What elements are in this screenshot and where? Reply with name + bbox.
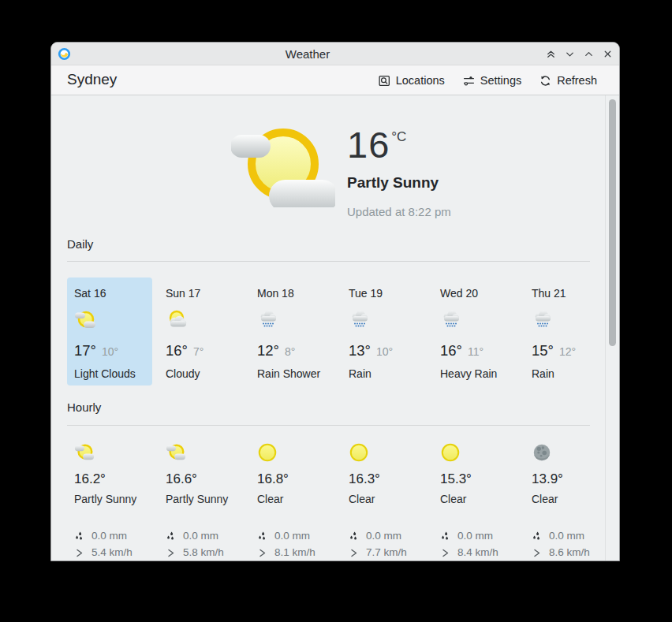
day-high-temp: 15° (532, 342, 554, 359)
hour-condition-label: Partly Sunny (74, 492, 137, 522)
day-label: Tue 19 (349, 288, 419, 300)
wind-direction-chevron-icon (349, 548, 359, 558)
wind-direction-chevron-icon (166, 548, 176, 558)
maximize-button[interactable] (582, 48, 595, 61)
minimize-button[interactable] (563, 48, 576, 61)
precipitation-drops-icon (440, 531, 450, 542)
clear-day-icon (440, 442, 461, 463)
settings-button-label: Settings (480, 74, 521, 87)
keep-above-button[interactable] (544, 48, 557, 61)
hour-condition-label: Partly Sunny (166, 492, 229, 522)
hourly-divider (67, 425, 590, 426)
wind-direction-chevron-icon (440, 548, 450, 558)
day-condition-label: Heavy Rain (440, 367, 510, 380)
daily-forecast-row: Sat 16 17° 10° Light Clouds Sun 17 (67, 277, 610, 385)
day-low-temp: 7° (193, 345, 203, 358)
hourly-forecast-item[interactable]: 15.3° Clear 0.0 mm 8.4 km/h (433, 437, 518, 559)
weather-content: 16 °C Partly Sunny Updated at 8:22 pm Da… (51, 95, 619, 561)
hour-wind-value: 8.6 km/h (549, 546, 590, 559)
weather-app-window: Weather (50, 42, 620, 561)
day-label: Wed 20 (440, 288, 510, 300)
day-condition-label: Cloudy (166, 367, 236, 380)
day-low-temp: 8° (285, 345, 295, 358)
wind-direction-chevron-icon (257, 548, 267, 558)
hour-precipitation-value: 0.0 mm (274, 530, 310, 542)
hourly-forecast-item[interactable]: 16.6° Partly Sunny 0.0 mm 5.8 km/h (159, 437, 244, 559)
rain-icon (349, 309, 371, 331)
refresh-button[interactable]: Refresh (539, 74, 597, 88)
cloudy-icon (166, 309, 188, 331)
rain-icon (440, 309, 462, 331)
hour-temperature: 13.9° (532, 471, 610, 487)
locations-button-label: Locations (396, 74, 445, 87)
precipitation-drops-icon (349, 531, 359, 542)
partly-sunny-icon (166, 442, 186, 463)
hour-wind-value: 8.4 km/h (457, 546, 498, 559)
day-condition-label: Rain Shower (257, 367, 327, 380)
day-label: Mon 18 (257, 288, 327, 300)
precipitation-drops-icon (74, 531, 84, 542)
page-title: Sydney (67, 71, 117, 88)
hour-wind-value: 5.4 km/h (91, 546, 133, 559)
day-low-temp: 10° (102, 345, 118, 358)
day-condition-label: Rain (349, 367, 419, 380)
daily-forecast-card[interactable]: Sun 17 16° 7° Cloudy (159, 277, 244, 385)
vertical-scrollbar[interactable] (605, 95, 619, 561)
current-condition-label: Partly Sunny (347, 174, 451, 192)
daily-forecast-card[interactable]: Sat 16 17° 10° Light Clouds (67, 277, 152, 385)
window-title: Weather (51, 43, 564, 65)
hourly-forecast-item[interactable]: 16.2° Partly Sunny 0.0 mm 5.4 km/h (67, 437, 152, 559)
wind-direction-chevron-icon (74, 548, 84, 558)
hour-temperature: 16.3° (349, 471, 427, 487)
rain-icon (257, 309, 279, 331)
daily-forecast-card[interactable]: Thu 21 15° 12° Rain (525, 277, 610, 385)
precipitation-drops-icon (166, 531, 176, 542)
day-label: Thu 21 (532, 288, 602, 300)
hour-wind-value: 5.8 km/h (183, 546, 224, 559)
settings-button[interactable]: Settings (462, 74, 521, 88)
hour-temperature: 16.6° (166, 471, 244, 487)
hour-condition-label: Clear (349, 492, 412, 522)
clear-night-moon-icon (532, 442, 552, 463)
hour-condition-label: Clear (440, 492, 503, 522)
chevron-up-icon (583, 48, 595, 60)
hour-precipitation-value: 0.0 mm (457, 530, 493, 542)
clear-day-icon (349, 442, 369, 463)
hourly-forecast-item[interactable]: 16.3° Clear 0.0 mm 7.7 km/h (342, 437, 427, 559)
day-low-temp: 10° (376, 345, 393, 358)
scrollbar-thumb[interactable] (609, 99, 616, 346)
hour-wind-value: 8.1 km/h (274, 546, 315, 559)
refresh-icon (539, 74, 552, 88)
hour-precipitation-value: 0.0 mm (91, 530, 127, 542)
map-search-icon (378, 74, 391, 88)
hourly-section-title: Hourly (67, 400, 101, 414)
current-temperature-value: 16 (347, 125, 390, 165)
hour-precipitation-value: 0.0 mm (549, 530, 584, 542)
hourly-forecast-row: 16.2° Partly Sunny 0.0 mm 5.4 km/h (67, 437, 610, 559)
light-clouds-icon (74, 309, 96, 331)
daily-forecast-card[interactable]: Wed 20 16° 11° Heavy Rain (433, 277, 518, 385)
hourly-forecast-item[interactable]: 13.9° Clear 0.0 mm 8.6 km/h (525, 437, 610, 559)
day-condition-label: Rain (532, 367, 602, 380)
titlebar[interactable]: Weather (51, 43, 619, 65)
daily-section-title: Daily (67, 237, 93, 251)
double-chevron-up-icon (545, 48, 557, 60)
rain-icon (532, 309, 554, 331)
precipitation-drops-icon (532, 531, 542, 542)
hour-temperature: 16.2° (74, 471, 152, 487)
precipitation-drops-icon (257, 531, 267, 542)
hour-temperature: 16.8° (257, 471, 335, 487)
day-low-temp: 11° (468, 345, 483, 358)
locations-button[interactable]: Locations (378, 74, 445, 88)
current-temperature: 16 °C (347, 125, 451, 165)
current-conditions-partly-sunny-icon (231, 124, 335, 207)
hourly-forecast-item[interactable]: 16.8° Clear 0.0 mm 8.1 km/h (250, 437, 335, 559)
current-temperature-unit: °C (391, 129, 406, 145)
day-high-temp: 17° (74, 342, 96, 359)
daily-forecast-card[interactable]: Mon 18 12° 8° Rain Shower (250, 277, 335, 385)
close-button[interactable] (601, 48, 614, 61)
page-header: Sydney Locations Settings (51, 65, 619, 95)
wind-direction-chevron-icon (532, 548, 542, 558)
hour-temperature: 15.3° (440, 471, 518, 487)
daily-forecast-card[interactable]: Tue 19 13° 10° Rain (342, 277, 427, 385)
